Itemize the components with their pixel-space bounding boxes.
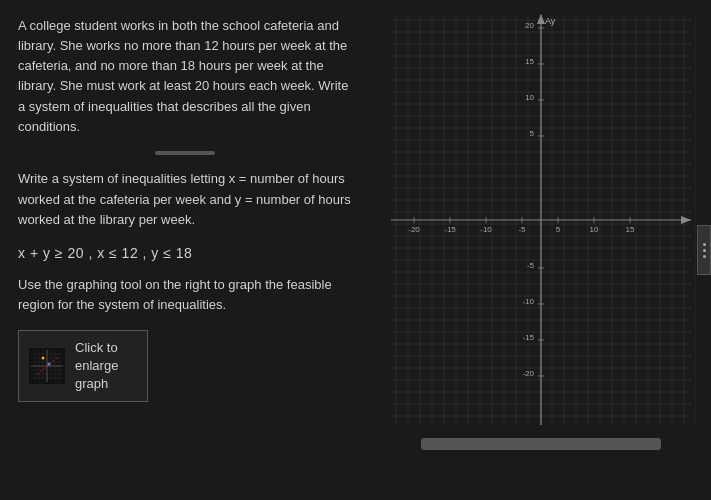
inequalities-text: x + y ≥ 20 , x ≤ 12 , y ≤ 18: [18, 245, 352, 261]
svg-text:-10: -10: [480, 225, 492, 234]
enlarge-label: Click toenlargegraph: [75, 339, 118, 394]
coordinate-graph[interactable]: Ay -20 -15 -10 -5 5 10 15 20 15 10 5 -5 …: [386, 10, 696, 430]
svg-text:-10: -10: [522, 297, 534, 306]
divider: [18, 151, 352, 155]
graph-scrollbar[interactable]: [421, 438, 661, 450]
svg-text:5: 5: [529, 129, 534, 138]
svg-text:15: 15: [625, 225, 634, 234]
system-intro-text: Write a system of inequalities letting x…: [18, 169, 352, 231]
graphing-instruction: Use the graphing tool on the right to gr…: [18, 275, 352, 315]
svg-text:-15: -15: [444, 225, 456, 234]
svg-text:-5: -5: [518, 225, 526, 234]
svg-point-15: [42, 356, 45, 359]
svg-text:-20: -20: [408, 225, 420, 234]
svg-text:10: 10: [525, 93, 534, 102]
svg-text:20: 20: [525, 21, 534, 30]
toggle-icon: [703, 243, 706, 258]
svg-text:15: 15: [525, 57, 534, 66]
svg-text:-5: -5: [526, 261, 534, 270]
right-panel: Ay -20 -15 -10 -5 5 10 15 20 15 10 5 -5 …: [370, 0, 711, 500]
left-panel: A college student works in both the scho…: [0, 0, 370, 500]
svg-text:10: 10: [589, 225, 598, 234]
svg-text:5: 5: [555, 225, 560, 234]
svg-text:-20: -20: [522, 369, 534, 378]
graph-thumbnail-icon: [29, 348, 65, 384]
graph-area[interactable]: Ay -20 -15 -10 -5 5 10 15 20 15 10 5 -5 …: [386, 10, 696, 430]
enlarge-graph-button[interactable]: Click toenlargegraph: [18, 330, 148, 403]
dots-bar: [155, 151, 215, 155]
svg-text:-15: -15: [522, 333, 534, 342]
svg-text:Ay: Ay: [545, 16, 556, 26]
panel-toggle-button[interactable]: [697, 225, 711, 275]
problem-text: A college student works in both the scho…: [18, 16, 352, 137]
